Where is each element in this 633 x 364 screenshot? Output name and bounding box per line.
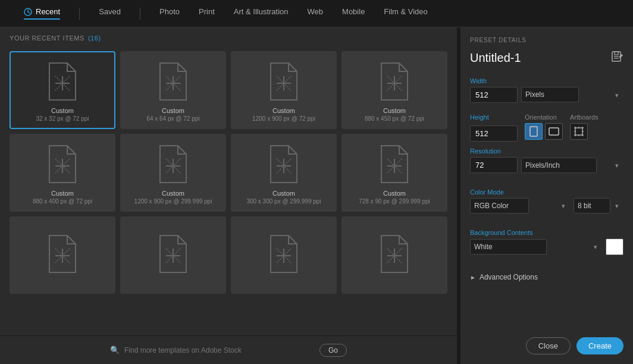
tab-recent[interactable]: Recent [24,7,60,20]
search-input[interactable] [124,346,315,354]
height-label: Height [470,114,518,121]
tab-mobile[interactable]: Mobile [342,7,365,20]
go-button[interactable]: Go [319,344,347,357]
nav-divider-1 [79,8,80,20]
tab-art[interactable]: Art & Illustration [234,7,289,20]
bg-color-swatch[interactable] [606,239,623,255]
bg-contents-field-row: Background Contents White Black Backgrou… [470,229,623,260]
grid-item[interactable]: Custom880 x 400 px @ 72 ppi [10,134,115,212]
save-preset-icon[interactable] [610,51,623,65]
tab-saved[interactable]: Saved [99,7,121,20]
resolution-unit-select-wrap: Pixels/Inch Pixels/Centimeter [521,158,623,173]
file-icon [45,61,80,102]
artboards-button[interactable] [570,123,588,140]
create-button[interactable]: Create [576,337,623,354]
color-mode-label: Color Mode [470,189,623,196]
svg-rect-57 [575,128,582,135]
file-icon [377,61,412,102]
grid-item[interactable] [120,216,226,294]
landscape-icon [549,127,559,136]
search-icon: 🔍 [110,346,120,354]
resolution-label: Resolution [470,148,623,155]
file-icon [377,143,412,185]
width-input-row: Pixels Inches Centimeters Millimeters [470,87,623,103]
file-icon [377,233,412,275]
preset-title-row: Untitled-1 [470,51,623,65]
portrait-icon [529,126,538,137]
close-button[interactable]: Close [526,337,571,354]
tab-web[interactable]: Web [308,7,324,20]
file-icon [155,143,191,185]
artboards-group: Artboards [570,114,598,140]
resolution-input[interactable] [470,157,518,173]
landscape-button[interactable] [545,123,563,140]
width-unit-select[interactable]: Pixels Inches Centimeters Millimeters [521,87,579,102]
nav-divider-2 [140,8,140,20]
height-input[interactable] [470,125,518,142]
item-dims: 1200 x 900 px @ 299.999 ppi [134,198,212,205]
grid-item[interactable]: Custom1200 x 900 px @ 72 ppi [231,51,337,129]
item-name: Custom [272,190,295,197]
item-dims: 300 x 300 px @ 299.999 ppi [246,198,321,205]
bg-contents-label: Background Contents [470,229,623,236]
width-input[interactable] [470,87,518,103]
advanced-options-row[interactable]: ► Advanced Options [470,273,623,281]
width-unit-select-wrap: Pixels Inches Centimeters Millimeters [521,87,623,103]
artboard-icon [574,126,584,137]
color-mode-field-row: Color Mode RGB Color CMYK Color Grayscal… [470,189,623,218]
search-bar: 🔍 Go [0,335,457,364]
preset-section-label: PRESET DETAILS [470,37,623,43]
color-depth-select-wrap: 8 bit 16 bit 32 bit [574,198,623,214]
chevron-right-icon: ► [470,274,476,281]
advanced-options-label: Advanced Options [480,273,538,281]
file-icon [266,143,302,185]
grid-item[interactable]: Custom32 x 32 px @ 72 ppi [10,51,115,129]
file-icon [155,233,191,275]
item-name: Custom [162,107,184,114]
grid-item[interactable] [231,216,337,294]
item-name: Custom [383,190,406,197]
resolution-input-row: Pixels/Inch Pixels/Centimeter [470,157,623,173]
grid-item[interactable]: Custom728 x 90 px @ 299.999 ppi [341,134,447,212]
tab-photo[interactable]: Photo [159,7,180,20]
svg-line-2 [28,12,30,13]
item-dims: 880 x 400 px @ 72 ppi [33,198,92,205]
grid-item[interactable]: Custom1200 x 900 px @ 299.999 ppi [120,134,226,212]
file-icon [45,143,80,185]
color-mode-input-row: RGB Color CMYK Color Grayscale 8 bit 16 … [470,198,623,214]
main-content: YOUR RECENT ITEMS (16) Custom32 x 32 px … [0,27,633,364]
bg-contents-input-row: White Black Background Color Transparent [470,239,623,255]
orientation-group: Orientation [525,114,563,140]
tab-print[interactable]: Print [199,7,215,20]
orientation-label: Orientation [525,114,563,121]
item-name: Custom [51,107,74,114]
item-name: Custom [162,190,184,197]
resolution-field-row: Resolution Pixels/Inch Pixels/Centimeter [470,148,623,178]
grid-item[interactable] [341,216,447,294]
left-panel: YOUR RECENT ITEMS (16) Custom32 x 32 px … [0,27,457,364]
orientation-buttons [525,123,563,140]
grid-item[interactable]: Custom300 x 300 px @ 299.999 ppi [231,134,337,212]
color-mode-select[interactable]: RGB Color CMYK Color Grayscale [470,198,529,214]
resolution-unit-select[interactable]: Pixels/Inch Pixels/Centimeter [521,158,597,173]
file-icon [155,61,191,102]
bg-contents-select[interactable]: White Black Background Color Transparent [470,239,547,255]
item-name: Custom [383,107,406,114]
file-icon [266,61,302,102]
grid-item[interactable]: Custom880 x 450 px @ 72 ppi [341,51,447,129]
item-dims: 32 x 32 px @ 72 ppi [36,115,89,122]
right-panel: PRESET DETAILS Untitled-1 Width [460,27,633,364]
artboards-label: Artboards [570,114,598,121]
color-depth-select[interactable]: 8 bit 16 bit 32 bit [574,198,610,214]
height-group: Height [470,114,518,142]
height-orient-row: Height Orientation [470,114,623,142]
tab-film[interactable]: Film & Video [384,7,427,20]
bottom-buttons: Close Create [470,331,623,354]
grid-item[interactable] [10,216,115,294]
file-icon [266,233,302,275]
portrait-button[interactable] [525,123,543,140]
section-header: YOUR RECENT ITEMS (16) [0,27,457,46]
grid-item[interactable]: Custom64 x 64 px @ 72 ppi [120,51,226,129]
bg-contents-select-wrap: White Black Background Color Transparent [470,239,602,255]
file-icon [45,233,80,275]
